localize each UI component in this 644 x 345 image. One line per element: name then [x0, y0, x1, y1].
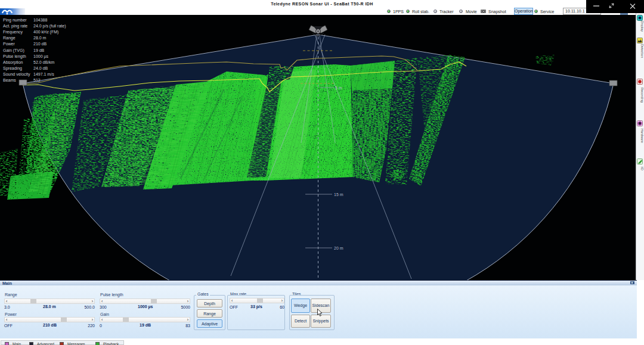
svg-text:Sound velocity: Sound velocity — [3, 72, 30, 77]
svg-text:24.0 p/s (full rate): 24.0 p/s (full rate) — [33, 24, 66, 29]
svg-text:512: 512 — [33, 78, 41, 82]
svg-text:400 kHz (FM): 400 kHz (FM) — [33, 30, 58, 35]
svg-text:Gain (TVG): Gain (TVG) — [3, 48, 24, 53]
svg-text:19 dB: 19 dB — [33, 48, 45, 52]
svg-text:15 m: 15 m — [334, 192, 343, 197]
svg-text:Act. ping rate: Act. ping rate — [3, 24, 27, 29]
svg-text:Range: Range — [3, 36, 16, 41]
svg-text:28.0 m: 28.0 m — [33, 36, 47, 40]
svg-text:1497.1 m/s: 1497.1 m/s — [33, 72, 54, 76]
svg-text:24.0 dB: 24.0 dB — [33, 66, 48, 70]
svg-text:1000 µs: 1000 µs — [33, 54, 49, 59]
svg-text:210 dB: 210 dB — [33, 42, 47, 46]
svg-text:52.0 dB/km: 52.0 dB/km — [33, 60, 55, 64]
svg-text:Absorption: Absorption — [3, 60, 23, 65]
svg-text:Pulse length: Pulse length — [3, 54, 26, 59]
svg-text:104388: 104388 — [33, 18, 47, 22]
svg-text:Frequency: Frequency — [3, 30, 23, 35]
svg-text:Ping number: Ping number — [3, 18, 27, 23]
svg-text:Spreading: Spreading — [3, 66, 22, 71]
svg-text:5 m: 5 m — [335, 86, 342, 90]
svg-text:Power: Power — [3, 42, 16, 46]
svg-text:20 m: 20 m — [334, 246, 343, 250]
svg-text:Beams: Beams — [3, 78, 16, 82]
